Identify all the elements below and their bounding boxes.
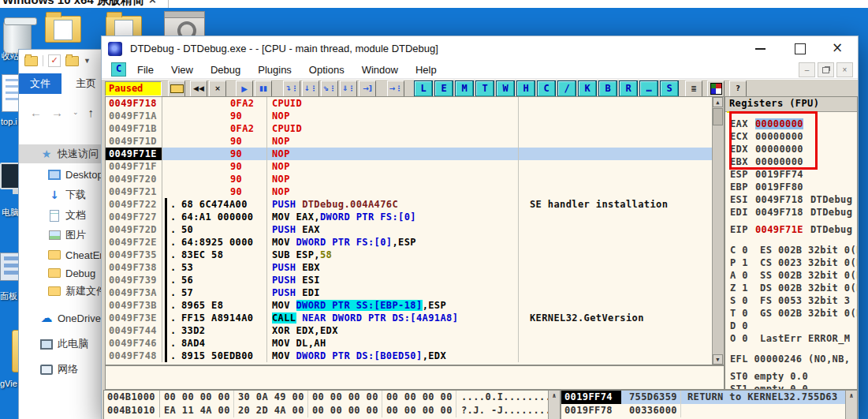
disasm-row[interactable]: 0049F722.68 6C474A00PUSH DTDebug.004A476… (106, 198, 724, 211)
register-row-esp[interactable]: ESP0019FF74 (725, 168, 857, 181)
forward-arrow-icon[interactable]: → (51, 106, 63, 119)
flag-row-c[interactable]: C 0 ES 002B 32bit 0(FFFFFFFF) (725, 244, 857, 256)
up-arrow-icon[interactable]: ↑ (88, 106, 95, 119)
menu-item-file[interactable]: File (137, 64, 154, 76)
disasm-row[interactable]: 0049F72D.50PUSH EAX (106, 223, 724, 236)
disassembly-scrollbar[interactable]: ▲ ▼ (712, 97, 724, 365)
letter-button-8[interactable]: / (557, 80, 576, 97)
stack-pane[interactable]: 0019FF74755D6359RETURN to KERNEL32.755D6… (561, 390, 858, 419)
letter-button-10[interactable]: B (598, 80, 617, 97)
register-value[interactable]: 00000000 (755, 131, 803, 142)
disasm-row[interactable]: 0049F72E.64:8925 0000MOV DWORD PTR FS:[0… (106, 236, 724, 249)
letter-button-3[interactable]: M (455, 80, 474, 97)
letter-button-13[interactable]: S (660, 80, 679, 97)
disasm-row[interactable]: 0049F71D90NOP (106, 135, 724, 148)
disasm-row[interactable]: 0049F748.8915 50EDB00MOV DWORD PTR DS:[B… (106, 350, 724, 362)
execute-till-return-button[interactable]: →] (359, 80, 376, 97)
registers-pane[interactable]: Registers (FPU) EAX00000000ECX00000000ED… (725, 96, 858, 390)
checkmark-icon[interactable]: ✓ (48, 54, 61, 67)
appearance-button[interactable] (707, 80, 725, 97)
register-value[interactable]: 00000000 (755, 118, 803, 129)
go-to-button[interactable]: →⋮ (387, 80, 404, 97)
flag-row-o[interactable]: O 0 LastErr ERROR_M (725, 332, 857, 345)
cpu-window-icon[interactable]: C (111, 62, 126, 77)
close-process-button[interactable]: × (209, 80, 226, 97)
register-row-eax[interactable]: EAX00000000 (725, 118, 857, 130)
disasm-row[interactable]: 0049F735.83EC 58SUB ESP,58 (106, 249, 724, 261)
register-row-efl[interactable]: EFL 00000246 (NO,NB, (725, 353, 857, 365)
disasm-row[interactable]: 0049F71E90NOP (106, 148, 724, 160)
tab-home[interactable]: 主页 (76, 73, 96, 94)
recent-dropdown-icon[interactable]: ⌄ (73, 108, 79, 116)
dump-pane[interactable]: 004B100000 00 00 0030 0A 49 0000 00 00 0… (103, 390, 561, 419)
letter-button-4[interactable]: T (475, 80, 494, 97)
stack-scroll-up-icon[interactable]: ∧ (845, 391, 857, 419)
register-row-eip[interactable]: EIP0049F71EDTDebug (725, 223, 857, 236)
restart-button[interactable]: ◀◀ (190, 80, 207, 97)
letter-button-7[interactable]: C (537, 80, 556, 97)
stack-row[interactable]: 0019FF74755D6359RETURN to KERNEL32.755D6… (561, 391, 857, 404)
disassembly-pane[interactable]: 0049F7180FA2CPUID0049F71A90NOP0049F71B0F… (105, 96, 725, 365)
disasm-row[interactable]: 0049F744.33D2XOR EDX,EDX (106, 324, 724, 337)
disasm-row[interactable]: 0049F71B0FA2CPUID (106, 122, 724, 135)
letter-button-2[interactable]: E (434, 80, 453, 97)
minimize-icon[interactable] (755, 48, 766, 50)
flag-row-d[interactable]: D 0 (725, 320, 857, 332)
flag-row-t[interactable]: T 0 GS 002B 32bit 0(FFFFFFFF) (725, 307, 857, 320)
close-icon[interactable]: × (832, 39, 843, 55)
run-button[interactable]: ▶ (236, 80, 253, 97)
vm-tab-close-icon[interactable]: × (148, 0, 157, 6)
letter-button-12[interactable]: … (639, 80, 658, 97)
animate-over-button[interactable]: ⇓⋮ (340, 80, 357, 97)
disasm-row[interactable]: 0049F746.8AD4MOV DL,AH (106, 337, 724, 350)
register-row-ecx[interactable]: ECX00000000 (725, 130, 857, 143)
windows-list-button[interactable]: ≣ (685, 80, 702, 97)
register-row-st0[interactable]: ST0 empty 0.0 (725, 370, 857, 383)
register-value[interactable]: 0049F71E (755, 224, 803, 235)
disasm-row[interactable]: 0049F73E.FF15 A8914A0CALL NEAR DWORD PTR… (106, 312, 724, 324)
menu-item-view[interactable]: View (171, 64, 193, 76)
help-button[interactable]: ? (729, 80, 747, 97)
flag-row-a[interactable]: A 0 SS 002B 32bit 0(FFFFFFFF) (725, 269, 857, 282)
flag-row-s[interactable]: S 0 FS 0053 32bit 3 (725, 294, 857, 307)
register-value[interactable]: 00000000 (755, 156, 803, 167)
letter-button-6[interactable]: H (516, 80, 535, 97)
mdi-restore-icon[interactable] (818, 62, 834, 77)
letter-button-1[interactable]: L (414, 80, 433, 97)
disasm-row[interactable]: 0049F72190NOP (106, 185, 724, 198)
register-value[interactable]: 0049F718 (755, 194, 803, 205)
flag-row-z[interactable]: Z 1 DS 002B 32bit 0(FFFFFFFF) (725, 282, 857, 294)
scroll-up-icon[interactable]: ▲ (713, 97, 723, 107)
flag-row-p[interactable]: P 1 CS 0023 32bit 0(FFFFFFFF) (725, 256, 857, 269)
disasm-row[interactable]: 0049F727.64:A1 000000MOV EAX,DWORD PTR F… (106, 211, 724, 223)
disasm-row[interactable]: 0049F71F90NOP (106, 160, 724, 173)
debugger-title-bar[interactable]: DTDebug - DTDebug.exe - - [CPU - main th… (102, 36, 858, 61)
disasm-row[interactable]: 0049F7180FA2CPUID (106, 97, 724, 110)
register-value[interactable]: 00000000 (755, 144, 803, 155)
disasm-row[interactable]: 0049F73A.57PUSH EDI (106, 286, 724, 299)
animate-into-button[interactable]: ⇘⋮ (321, 80, 338, 97)
letter-button-11[interactable]: R (619, 80, 638, 97)
menu-item-help[interactable]: Help (415, 64, 437, 76)
desktop-folder-icon[interactable] (45, 16, 81, 43)
disasm-row[interactable]: 0049F739.56PUSH ESI (106, 274, 724, 286)
scrollbar-thumb[interactable] (713, 108, 723, 125)
register-value[interactable]: 0019FF74 (755, 169, 803, 180)
dump-scroll-up-icon[interactable]: ∧ (548, 391, 560, 419)
disasm-row[interactable]: 0049F71A90NOP (106, 110, 724, 122)
register-row-edi[interactable]: EDI0049F718DTDebug (725, 206, 857, 219)
disasm-row[interactable]: 0049F73B.8965 E8MOV DWORD PTR SS:[EBP-18… (106, 299, 724, 312)
letter-button-5[interactable]: W (496, 80, 515, 97)
back-arrow-icon[interactable]: ← (30, 106, 42, 119)
pause-button[interactable]: ▮▮ (255, 80, 272, 97)
vm-tab-title[interactable]: Windows 10 x64 原版精简 (2, 0, 144, 8)
menu-item-debug[interactable]: Debug (210, 64, 240, 76)
register-value[interactable]: 0019FF80 (755, 181, 803, 193)
register-row-st1[interactable]: ST1 empty 0.0 (725, 383, 857, 390)
dump-row[interactable]: 004B1010EA 11 4A 0020 2D 4A 0000 00 00 0… (104, 404, 560, 417)
stack-row[interactable]: 0019FF7800336000 (561, 404, 857, 417)
register-row-ebp[interactable]: EBP0019FF80 (725, 181, 857, 193)
dump-row[interactable]: 004B100000 00 00 0030 0A 49 0000 00 00 0… (104, 391, 560, 404)
folder-icon[interactable] (65, 56, 79, 66)
register-row-ebx[interactable]: EBX00000000 (725, 155, 857, 168)
